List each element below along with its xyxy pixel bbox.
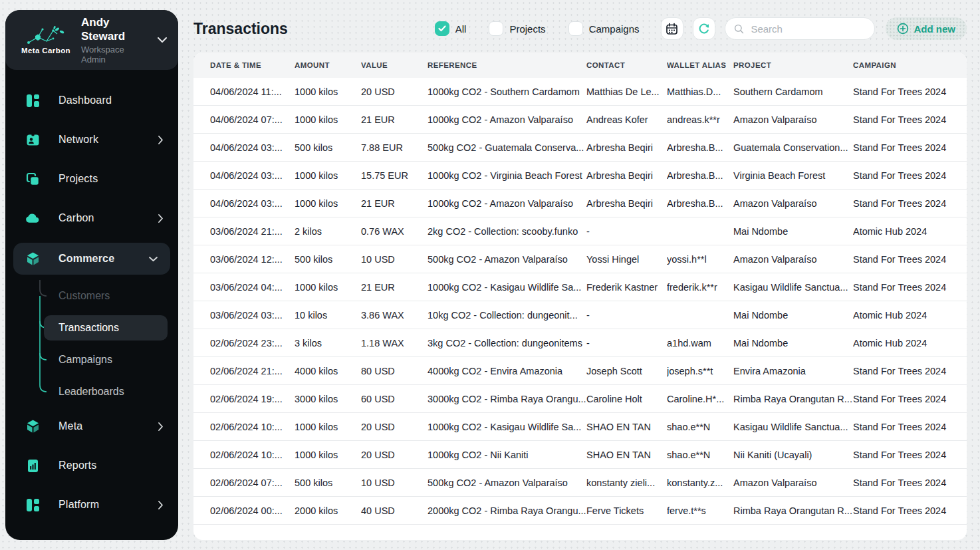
filter-checkbox[interactable] [568,21,583,36]
user-menu-chevron-down-icon[interactable] [157,34,168,46]
table-row[interactable]: 03/06/2024 12:...500 kilos10 USD500kg CO… [193,245,967,273]
cell-project: Rimba Raya Orangutan R... [733,394,853,404]
sidebar-item-projects[interactable]: Projects [5,164,178,194]
cell-date: 03/06/2024 03:... [210,310,295,321]
sidebar-item-campaigns[interactable]: Campaigns [35,344,178,376]
cell-project: Kasigau Wildlife Sanctua... [733,282,853,293]
cell-contact: Caroline Holt [586,394,667,404]
sidebar-user-header[interactable]: Meta Carbon Andy Steward Workspace Admin [5,10,178,70]
sidebar-item-dashboard[interactable]: Dashboard [5,86,178,115]
cell-project: Amazon Valparaíso [733,198,853,209]
cell-reference: 2kg CO2 - Collection: scooby.funko [428,226,586,237]
table-row[interactable]: 04/06/2024 03:...1000 kilos15.75 EUR1000… [193,162,967,190]
commerce-submenu: Customers Transactions Campaigns Leaderb… [35,280,178,408]
cell-wallet: Arbresha.B... [667,142,733,153]
cell-date: 03/06/2024 12:... [210,254,295,265]
cell-reference: 1000kg CO2 - Kasigau Wildlife Sa... [428,282,586,293]
circle-plus-icon [897,23,909,35]
filter-checkbox[interactable] [435,21,449,36]
cell-date: 02/06/2024 19:... [210,394,295,404]
cell-amount: 1000 kilos [295,198,361,209]
report-document-icon [25,459,40,473]
search-box[interactable] [725,17,875,40]
cell-amount: 3 kilos [295,338,361,348]
table-row[interactable]: 02/06/2024 21:...4000 kilos80 USD4000kg … [193,357,967,385]
sidebar-item-label: Network [59,134,98,146]
sidebar-item-network[interactable]: Network [5,125,178,154]
filter-projects[interactable]: Projects [489,21,545,36]
cell-value: 7.88 EUR [361,142,428,153]
app-root: Meta Carbon Andy Steward Workspace Admin [0,0,980,550]
filter-label: Campaigns [589,23,640,35]
add-new-button[interactable]: Add new [886,17,967,40]
cell-date: 04/06/2024 03:... [210,198,295,209]
brand-logo: Meta Carbon [20,26,72,55]
sidebar-item-platform[interactable]: Platform [5,490,178,519]
cell-project: Guatemala Conservation... [733,142,853,153]
cell-campaign: Stand For Trees 2024 [853,394,967,404]
sidebar-item-label: Carbon [59,212,94,224]
cell-project: Kasigau Wildlife Sanctua... [733,422,853,432]
cell-wallet: Arbresha.B... [667,198,733,209]
cell-campaign: Stand For Trees 2024 [853,282,967,293]
refresh-button[interactable] [693,17,715,40]
cell-contact: - [586,310,667,321]
table-row[interactable]: 02/06/2024 00:...2000 kilos40 USD2000kg … [193,497,967,525]
sidebar-item-commerce[interactable]: Commerce [13,243,170,275]
cell-value: 20 USD [361,86,428,97]
cell-date: 02/06/2024 07:... [210,478,295,488]
filter-campaigns[interactable]: Campaigns [568,21,640,36]
table-row[interactable]: 02/06/2024 10:...1000 kilos20 USD1000kg … [193,413,967,441]
cell-value: 0.76 WAX [361,226,428,237]
table-row[interactable]: 03/06/2024 21:...2 kilos0.76 WAX2kg CO2 … [193,217,967,245]
cell-value: 60 USD [361,394,428,404]
cell-campaign: Atomic Hub 2024 [853,226,967,237]
sidebar-item-carbon[interactable]: Carbon [5,204,178,233]
cell-date: 04/06/2024 07:... [210,114,295,125]
cell-project: Amazon Valparaíso [733,478,853,488]
filter-label: All [455,23,467,35]
cell-amount: 1000 kilos [295,450,361,460]
filter-checkbox[interactable] [489,21,503,36]
table-row[interactable]: 03/06/2024 03:...10 kilos3.86 WAX10kg CO… [193,301,967,329]
sidebar-item-customers[interactable]: Customers [35,280,178,312]
table-row[interactable]: 03/06/2024 04:...1000 kilos21 EUR1000kg … [193,273,967,301]
table-row[interactable]: 02/06/2024 19:...3000 kilos60 USD3000kg … [193,385,967,413]
table-row[interactable]: 04/06/2024 11:...1000 kilos20 USD1000kg … [193,78,967,106]
sidebar-item-reports[interactable]: Reports [5,451,178,480]
table-row[interactable]: 04/06/2024 03:...500 kilos7.88 EUR500kg … [193,134,967,162]
cell-amount: 500 kilos [295,478,361,488]
column-header: AMOUNT [295,61,361,69]
cell-wallet: ferve.t**s [667,505,733,516]
cell-contact: SHAO EN TAN [586,450,667,460]
table-row[interactable]: 04/06/2024 07:...1000 kilos21 EUR1000kg … [193,106,967,134]
table-row[interactable]: 02/06/2024 07:...500 kilos10 USD500kg CO… [193,469,967,497]
cell-wallet: shao.e**N [667,450,733,460]
sidebar-item-meta[interactable]: Meta [5,412,178,441]
cell-reference: 1000kg CO2 - Kasigau Wildlife Sa... [428,422,586,432]
cell-value: 10 USD [361,478,428,488]
cell-contact: - [586,226,667,237]
cell-project: Amazon Valparaíso [733,254,853,265]
cell-reference: 4000kg CO2 - Envira Amazonia [428,366,586,376]
table-row[interactable]: 04/06/2024 03:...1000 kilos21 EUR1000kg … [193,190,967,217]
cell-reference: 3kg CO2 - Collection: dungeonitems [428,338,586,348]
sidebar-item-leaderboards[interactable]: Leaderboards [35,376,178,408]
cell-campaign: Stand For Trees 2024 [853,86,967,97]
cell-date: 04/06/2024 03:... [210,142,295,153]
cell-campaign: Stand For Trees 2024 [853,198,967,209]
cell-project: Mai Ndombe [733,226,853,237]
cell-value: 20 USD [361,450,428,460]
cell-reference: 500kg CO2 - Amazon Valparaíso [428,478,586,488]
cell-amount: 1000 kilos [295,86,361,97]
search-input[interactable] [749,23,865,35]
calendar-button[interactable] [661,17,683,40]
cell-reference: 1000kg CO2 - Amazon Valparaíso [428,114,586,125]
sidebar-item-transactions[interactable]: Transactions [44,315,168,341]
table-row[interactable]: 02/06/2024 23:...3 kilos1.18 WAX3kg CO2 … [193,329,967,357]
filter-all[interactable]: All [435,21,467,36]
cell-amount: 2000 kilos [295,505,361,516]
cell-reference: 500kg CO2 - Amazon Valparaíso [428,254,586,265]
cell-campaign: Stand For Trees 2024 [853,142,967,153]
table-row[interactable]: 02/06/2024 10:...1000 kilos20 USD1000kg … [193,441,967,469]
